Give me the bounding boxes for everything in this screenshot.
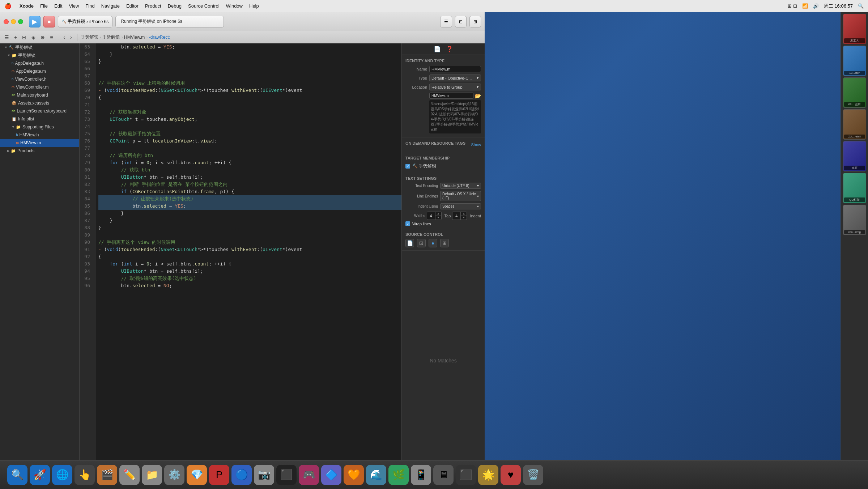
dock-icon-19[interactable]: 🖥	[433, 465, 454, 485]
tab-stepper[interactable]: 4 ▲ ▼	[427, 212, 442, 220]
menu-source-control[interactable]: Source Control	[188, 3, 220, 9]
sidebar-item-hmview-m[interactable]: m HMView.m	[0, 139, 79, 147]
sidebar-item-appdelegate-m[interactable]: m AppDelegate.m	[0, 67, 79, 75]
minimize-button[interactable]	[11, 19, 16, 24]
dock-trash[interactable]: 🗑️	[523, 465, 543, 485]
thumb-4[interactable]: ZJL...etail	[843, 109, 866, 140]
menu-edit[interactable]: Edit	[54, 3, 62, 9]
dock-files[interactable]: 📁	[142, 465, 162, 485]
dock-settings[interactable]: ⚙️	[164, 465, 184, 485]
breadcrumb-project[interactable]: 手势解锁	[81, 34, 98, 40]
fwd-btn[interactable]: ›	[69, 34, 73, 41]
dock-icon-18[interactable]: 📱	[411, 465, 431, 485]
sc-icon-4[interactable]: ⊞	[440, 239, 449, 247]
view-toggle-right[interactable]: ⊞	[469, 16, 481, 27]
nav-filter[interactable]: ◈	[30, 34, 37, 41]
code-editor[interactable]: 63 64 65 66 67 68 69 70 71 72 73 74 75 7…	[80, 43, 401, 470]
dock-launchpad[interactable]: 🚀	[30, 465, 50, 485]
indent-stepper-up[interactable]: ▲	[461, 212, 467, 216]
menu-view[interactable]: View	[69, 3, 79, 9]
menu-find[interactable]: Find	[85, 3, 94, 9]
dock-sketch[interactable]: 💎	[187, 465, 207, 485]
sidebar-item-assets[interactable]: 📦 Assets.xcassets	[0, 99, 79, 107]
show-button[interactable]: Show	[471, 143, 481, 147]
search-icon[interactable]: 🔍	[858, 3, 864, 9]
menu-product[interactable]: Product	[145, 3, 161, 9]
breadcrumb-group[interactable]: 手势解锁	[102, 34, 120, 40]
dock-icon-20[interactable]: ⬛	[456, 465, 476, 485]
reveal-icon[interactable]: 📂	[475, 93, 481, 99]
wrap-lines-checkbox[interactable]: ✓	[405, 221, 410, 226]
close-button[interactable]	[4, 19, 9, 24]
sidebar-item-root[interactable]: ▼ 🔨 手势解锁	[0, 43, 79, 51]
location-dropdown[interactable]: Relative to Group ▾	[429, 84, 481, 90]
dock-iphoto[interactable]: 🎬	[97, 465, 117, 485]
menu-window[interactable]: Window	[226, 3, 243, 9]
sidebar-item-main-storyboard[interactable]: sb Main.storyboard	[0, 91, 79, 99]
scheme-selector[interactable]: 🔨 手势解锁 › iPhone 6s	[58, 16, 112, 27]
dock-finder[interactable]: 🔍	[7, 465, 27, 485]
add-btn[interactable]: +	[13, 34, 18, 41]
menu-file[interactable]: File	[40, 3, 48, 9]
thumb-6[interactable]: QQ框架	[843, 173, 866, 203]
sidebar-item-viewcontroller-h[interactable]: h ViewController.h	[0, 75, 79, 83]
indent-using-dropdown[interactable]: Spaces ▾	[440, 203, 481, 209]
thumb-3[interactable]: 07-...业班	[843, 77, 866, 108]
thumb-7[interactable]: xco...dmg	[843, 205, 866, 235]
dock-blue-app[interactable]: 🔵	[231, 465, 252, 485]
dock-icon-17[interactable]: 🌿	[388, 465, 409, 485]
dock-game[interactable]: 🎮	[299, 465, 319, 485]
dock-pp[interactable]: P	[209, 465, 229, 485]
sc-icon-1[interactable]: 📄	[405, 239, 414, 247]
run-button[interactable]: ▶	[29, 16, 41, 27]
inspector-file-btn[interactable]: 📄	[433, 45, 442, 53]
sc-icon-2[interactable]: ⊡	[417, 239, 426, 247]
dock-icon-22[interactable]: ♥	[501, 465, 521, 485]
sidebar-item-hmview-h[interactable]: h HMView.h	[0, 131, 79, 139]
view-toggle-middle[interactable]: ⊡	[455, 16, 467, 27]
nav-btn1[interactable]: ⊕	[39, 34, 46, 41]
target-checkbox[interactable]: ✓	[405, 164, 410, 169]
dock-mouse[interactable]: 👆	[75, 465, 95, 485]
thumb-1[interactable]: 发工具	[843, 14, 866, 44]
sidebar-item-products[interactable]: ▶ 📁 Products	[0, 147, 79, 155]
back-btn[interactable]: ‹	[62, 34, 67, 41]
menu-xcode[interactable]: Xcode	[20, 3, 34, 9]
encoding-dropdown[interactable]: Unicode (UTF-8) ▾	[440, 183, 481, 189]
dock-icon-16[interactable]: 🌊	[366, 465, 386, 485]
sidebar-item-viewcontroller-m[interactable]: m ViewController.m	[0, 83, 79, 91]
dock-terminal[interactable]: ⬛	[276, 465, 297, 485]
breadcrumb-method[interactable]: -drawRect:	[149, 35, 170, 40]
dock-icon-21[interactable]: 🌟	[478, 465, 498, 485]
inspector-quickhelp-btn[interactable]: ❓	[445, 45, 454, 53]
menu-editor[interactable]: Editor	[126, 3, 139, 9]
dock-icon-14[interactable]: 🔷	[321, 465, 341, 485]
nav-btn2[interactable]: ≡	[48, 34, 54, 41]
type-dropdown[interactable]: Default - Objective-C... ▾	[429, 75, 481, 81]
dock-capture[interactable]: 📷	[254, 465, 274, 485]
sidebar-item-supporting-files[interactable]: ▼ 📁 Supporting Files	[0, 123, 79, 131]
sc-icon-3[interactable]: ●	[429, 239, 437, 247]
code-area[interactable]: 63 64 65 66 67 68 69 70 71 72 73 74 75 7…	[80, 43, 401, 470]
line-endings-dropdown[interactable]: Default - OS X / Unix (LF) ▾	[440, 191, 481, 201]
dock-icon-15[interactable]: 🧡	[344, 465, 364, 485]
menu-help[interactable]: Help	[249, 3, 259, 9]
stop-button[interactable]: ■	[43, 16, 55, 27]
apple-menu[interactable]: 🍎	[4, 3, 12, 9]
indent-stepper[interactable]: 4 ▲ ▼	[452, 212, 467, 220]
dock-safari[interactable]: 🌐	[52, 465, 72, 485]
sidebar-item-info-plist[interactable]: 📋 Info.plist	[0, 115, 79, 123]
sidebar-item-appdelegate-h[interactable]: h AppDelegate.h	[0, 59, 79, 67]
breadcrumb-file[interactable]: HMView.m	[124, 35, 145, 40]
sidebar-toggle[interactable]: ☰	[3, 34, 10, 41]
tab-stepper-up[interactable]: ▲	[435, 212, 441, 216]
sidebar-item-launch-storyboard[interactable]: sb LaunchScreen.storyboard	[0, 107, 79, 115]
name-value[interactable]: HMView.m	[429, 66, 481, 72]
thumb-5[interactable]: 桌面	[843, 141, 866, 171]
view-toggle-left[interactable]: ☰	[440, 16, 452, 27]
tab-stepper-down[interactable]: ▼	[435, 216, 441, 220]
indent-stepper-down[interactable]: ▼	[461, 216, 467, 220]
thumb-2[interactable]: 13...ster	[843, 46, 866, 76]
menu-debug[interactable]: Debug	[168, 3, 182, 9]
dock-edit[interactable]: ✏️	[119, 465, 140, 485]
